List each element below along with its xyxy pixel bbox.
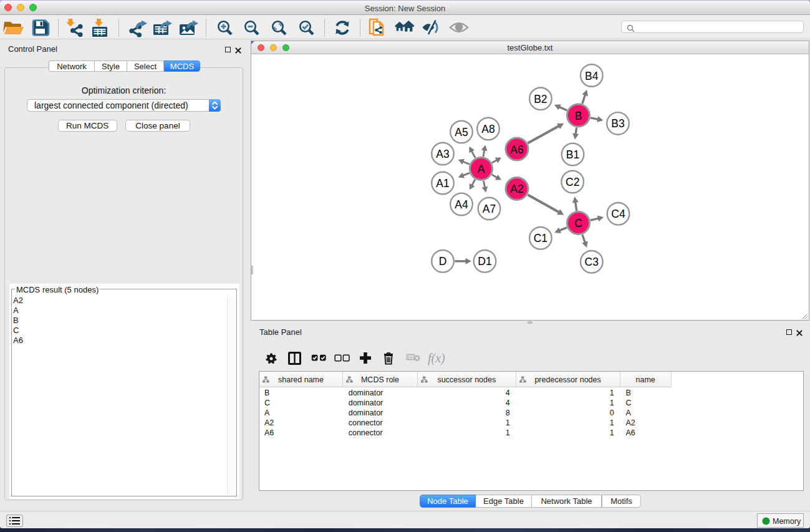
svg-text:A1: A1 [436,177,449,190]
svg-text:D: D [439,255,447,268]
svg-text:A4: A4 [455,198,468,211]
svg-text:A6: A6 [510,143,523,156]
svg-text:D1: D1 [478,255,491,268]
svg-text:A3: A3 [436,148,449,160]
svg-text:A8: A8 [481,123,494,135]
svg-text:C2: C2 [566,176,579,188]
svg-text:B1: B1 [566,148,579,161]
svg-text:B: B [575,110,582,122]
svg-text:C: C [574,217,582,230]
svg-text:A: A [478,163,485,175]
svg-text:B2: B2 [534,93,547,105]
svg-text:A7: A7 [483,203,496,215]
svg-text:A5: A5 [455,126,468,138]
svg-text:B4: B4 [585,70,599,82]
svg-text:A2: A2 [510,183,523,195]
svg-text:C4: C4 [611,208,625,220]
svg-text:B3: B3 [611,117,624,130]
svg-text:C3: C3 [585,256,599,268]
svg-text:C1: C1 [534,232,547,244]
